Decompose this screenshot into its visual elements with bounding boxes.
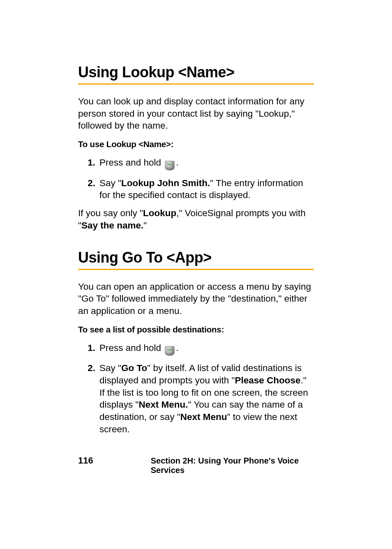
text: If you say only " (78, 208, 143, 218)
step-number: 1. (78, 157, 99, 169)
subhead-lookup: To use Lookup <Name>: (78, 139, 314, 149)
heading-goto: Using Go To <App> (78, 249, 314, 266)
steps-goto: 1. Press and hold TALK (78, 342, 314, 436)
section-goto: Using Go To <App> You can open an applic… (78, 249, 314, 436)
intro-lookup: You can look up and display contact info… (78, 95, 314, 132)
intro-goto: You can open an application or access a … (78, 281, 314, 317)
step-text-post: . (176, 157, 178, 168)
step-text-pre: Press and hold (99, 343, 164, 353)
text: " (143, 220, 147, 231)
manual-page: Using Lookup <Name> You can look up and … (0, 0, 392, 549)
step-number: 2. (78, 362, 99, 374)
step-text-pre: Press and hold (99, 157, 164, 168)
step-body: Press and hold TALK . (99, 342, 314, 357)
bold-text: Say the name. (81, 220, 143, 231)
step-2: 2. Say "Go To" by itself. A list of vali… (78, 362, 314, 435)
note-lookup: If you say only "Lookup," VoiceSignal pr… (78, 207, 314, 231)
talk-icon-svg: TALK (164, 346, 175, 356)
bold-text: Lookup John Smith. (121, 178, 210, 188)
talk-button-icon: TALK (164, 159, 175, 171)
steps-lookup: 1. Press and hold TALK . (78, 157, 314, 201)
text: Say " (99, 363, 121, 373)
bold-text: Please Choose (235, 375, 300, 385)
step-body: Press and hold TALK . (99, 157, 314, 171)
step-body: Say "Go To" by itself. A list of valid d… (99, 362, 314, 435)
svg-text:TALK: TALK (167, 163, 173, 166)
bold-text: Next Menu (180, 412, 227, 422)
page-footer: 116 Section 2H: Using Your Phone's Voice… (0, 455, 392, 475)
step-number: 1. (78, 342, 99, 354)
step-text-post: . (176, 343, 178, 353)
talk-button-icon: TALK (164, 344, 175, 357)
step-number: 2. (78, 177, 99, 189)
step-body: Say "Lookup John Smith." The entry infor… (99, 177, 314, 201)
bold-text: Next Menu. (139, 399, 188, 410)
text: Say " (99, 178, 121, 188)
heading-rule (78, 269, 314, 270)
heading-lookup: Using Lookup <Name> (78, 64, 314, 81)
step-2: 2. Say "Lookup John Smith." The entry in… (78, 177, 314, 201)
section-label: Section 2H: Using Your Phone's Voice Ser… (151, 456, 314, 475)
bold-text: Lookup (143, 208, 176, 218)
step-1: 1. Press and hold TALK (78, 342, 314, 357)
subhead-goto: To see a list of possible destinations: (78, 325, 314, 334)
talk-icon-svg: TALK (164, 160, 175, 171)
step-1: 1. Press and hold TALK . (78, 157, 314, 171)
svg-text:TALK: TALK (167, 348, 173, 351)
heading-rule (78, 83, 314, 85)
bold-text: Go To (121, 363, 147, 373)
page-number: 116 (78, 455, 93, 466)
